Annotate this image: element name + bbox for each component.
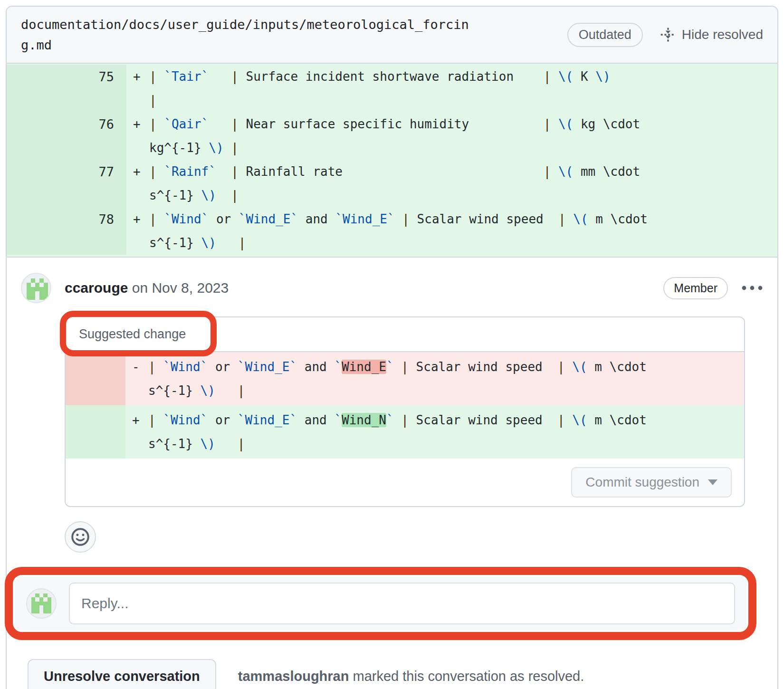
comment-title: ccarouge on Nov 8, 2023 (65, 280, 229, 296)
diff-line-number: 78 (7, 207, 126, 231)
commit-suggestion-label: Commit suggestion (585, 475, 699, 490)
diff-sign: + (126, 212, 149, 226)
suggestion-deleted-line: -| `Wind` or `Wind_E` and `Wind_E` | Sca… (66, 352, 744, 405)
diff-sign: + (126, 69, 149, 84)
diff-line-number (7, 231, 126, 255)
annotation-reply-box (5, 567, 756, 640)
diff-code: | (149, 93, 157, 107)
diff-code: s^{-1} \) | (148, 383, 245, 398)
suggestion-code-row: +| `Wind` or `Wind_E` and `Wind_N` | Sca… (125, 408, 744, 432)
file-header: documentation/docs/user_guide/inputs/met… (7, 7, 777, 64)
suggestion-added-line: +| `Wind` or `Wind_E` and `Wind_N` | Sca… (66, 405, 744, 459)
diff-code-row: s^{-1} \) | (7, 183, 777, 207)
chevron-down-icon (708, 479, 717, 485)
diff-code: kg^{-1} \) | (149, 141, 239, 155)
diff-code-row: 78+| `Wind` or `Wind_E` and `Wind_E` | S… (7, 207, 777, 231)
suggestion-code-row: s^{-1} \) | (125, 432, 744, 456)
diff-code: | `Wind` or `Wind_E` and `Wind_E` | Scal… (148, 360, 647, 374)
review-thread-card: documentation/docs/user_guide/inputs/met… (6, 6, 778, 689)
comment-author[interactable]: ccarouge (65, 280, 128, 296)
comment-section: ccarouge on Nov 8, 2023 Member (7, 258, 777, 689)
diff-code-row: | (7, 88, 777, 112)
comment-header: ccarouge on Nov 8, 2023 Member (21, 273, 763, 303)
diff-view: 75+| `Tair` | Surface incident shortwave… (7, 64, 777, 258)
diff-line-number (7, 183, 126, 207)
hide-resolved-label: Hide resolved (682, 27, 763, 42)
suggested-change-block: Suggested change -| `Wind` or `Wind_E` a… (65, 316, 745, 507)
diff-sign: + (126, 164, 149, 179)
diff-code: | `Tair` | Surface incident shortwave ra… (149, 69, 611, 84)
resolver-name[interactable]: tammasloughran (238, 669, 349, 684)
comment-date: on Nov 8, 2023 (128, 280, 229, 296)
diff-code: s^{-1} \) | (148, 437, 245, 451)
outdated-badge: Outdated (567, 23, 643, 47)
smiley-icon (70, 527, 90, 547)
diff-sign: - (125, 360, 148, 374)
diff-sign: + (125, 413, 148, 427)
diff-line-number: 76 (7, 112, 126, 136)
member-badge: Member (663, 277, 728, 299)
suggestion-code-row: -| `Wind` or `Wind_E` and `Wind_E` | Sca… (125, 355, 744, 379)
resolved-status-text: tammasloughran marked this conversation … (238, 669, 584, 684)
resolved-text: marked this conversation as resolved. (349, 669, 584, 684)
suggested-change-title: Suggested change (66, 317, 744, 352)
diff-line-number: 75 (7, 65, 126, 88)
diff-code: | `Rainf` | Rainfall rate | \( mm \cdot (149, 164, 640, 179)
add-reaction-button[interactable] (65, 521, 96, 553)
suggestion-code-row: s^{-1} \) | (125, 379, 744, 402)
diff-code-row: 76+| `Qair` | Near surface specific humi… (7, 112, 777, 136)
unresolve-conversation-button[interactable]: Unresolve conversation (28, 659, 216, 689)
diff-code: | `Qair` | Near surface specific humidit… (149, 117, 640, 131)
kebab-icon (741, 285, 763, 291)
commit-suggestion-button[interactable]: Commit suggestion (571, 467, 732, 498)
suggestion-footer: Commit suggestion (66, 459, 744, 506)
comment-header-right: Member (663, 277, 763, 299)
diff-line-number (7, 136, 126, 160)
diff-line-number (7, 88, 126, 112)
diff-line-number: 77 (7, 160, 126, 183)
file-path[interactable]: documentation/docs/user_guide/inputs/met… (21, 14, 479, 55)
comment-options-button[interactable] (741, 285, 763, 291)
diff-code: s^{-1} \) | (149, 236, 246, 250)
reply-input[interactable] (69, 583, 735, 624)
diff-code-row: 77+| `Rainf` | Rainfall rate | \( mm \cd… (7, 160, 777, 183)
diff-sign: + (126, 117, 149, 131)
reply-panel (15, 577, 746, 630)
reply-avatar (26, 588, 57, 619)
hide-resolved-button[interactable]: Hide resolved (660, 27, 763, 43)
diff-code-row: kg^{-1} \) | (7, 136, 777, 160)
avatar[interactable] (21, 273, 51, 303)
suggestion-deleted-gutter (66, 352, 125, 405)
diff-code-row: 75+| `Tair` | Surface incident shortwave… (7, 65, 777, 88)
diff-code: | `Wind` or `Wind_E` and `Wind_N` | Scal… (148, 413, 647, 427)
file-header-controls: Outdated Hide resolved (567, 23, 763, 47)
diff-code: | `Wind` or `Wind_E` and `Wind_E` | Scal… (149, 212, 648, 226)
resolve-row: Unresolve conversation tammasloughran ma… (28, 659, 763, 689)
fold-icon (660, 27, 676, 43)
suggestion-added-gutter (66, 405, 125, 459)
diff-code: s^{-1} \) | (149, 188, 239, 202)
diff-code-row: s^{-1} \) | (7, 231, 777, 255)
